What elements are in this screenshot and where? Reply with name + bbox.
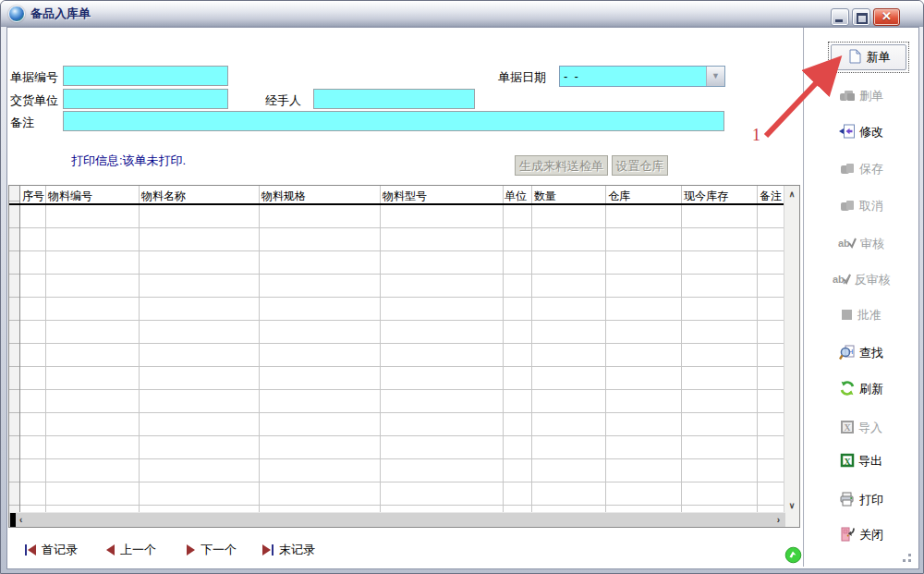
sidebar-separator bbox=[803, 28, 804, 567]
doc-date-label: 单据日期 bbox=[498, 69, 546, 86]
maximize-icon bbox=[857, 13, 868, 24]
export-button[interactable]: X 导出 bbox=[807, 452, 916, 470]
delete-doc-label: 删单 bbox=[859, 88, 883, 104]
svg-text:ab: ab bbox=[838, 238, 850, 249]
approve-button[interactable]: 批准 bbox=[807, 306, 916, 324]
nav-next-label: 下一个 bbox=[201, 542, 237, 558]
handler-input[interactable] bbox=[313, 89, 475, 109]
audit-button[interactable]: ab 审核 bbox=[807, 235, 916, 253]
doc-date-input[interactable] bbox=[560, 67, 713, 86]
delete-doc-button[interactable]: 删单 bbox=[807, 87, 916, 105]
scroll-left-icon[interactable]: ‹ bbox=[19, 513, 22, 527]
close-button[interactable]: ✕ bbox=[873, 8, 900, 26]
nav-first-record[interactable]: 首记录 bbox=[25, 541, 78, 559]
cancel-icon bbox=[839, 198, 856, 215]
doc-no-input[interactable] bbox=[63, 66, 228, 86]
cancel-label: 取消 bbox=[859, 198, 883, 214]
horizontal-scrollbar[interactable]: ‹ › bbox=[9, 512, 785, 527]
col-header-quantity: 数量 bbox=[534, 189, 556, 204]
nav-last-label: 末记录 bbox=[279, 542, 315, 558]
unaudit-label: 反审核 bbox=[855, 272, 891, 288]
refresh-label: 刷新 bbox=[859, 381, 883, 397]
svg-text:ab: ab bbox=[833, 274, 845, 285]
maximize-button[interactable] bbox=[852, 8, 870, 26]
material-table[interactable]: 序号 物料编号 物料名称 物料规格 物料型号 单位 数量 仓库 现今库存 备注 … bbox=[8, 185, 800, 528]
first-record-icon bbox=[25, 544, 36, 556]
supplier-label: 交货单位 bbox=[10, 92, 58, 109]
nav-last-record[interactable]: 末记录 bbox=[262, 541, 315, 559]
unaudit-button[interactable]: ab 反审核 bbox=[807, 271, 916, 289]
title-bar[interactable]: 备品入库单 bbox=[1, 1, 923, 27]
col-header-remark: 备注 bbox=[760, 189, 782, 204]
remark-input[interactable] bbox=[63, 111, 724, 131]
delete-doc-icon bbox=[839, 88, 856, 105]
generate-inspection-button[interactable]: 生成来料送检单 bbox=[515, 155, 608, 176]
scroll-right-icon[interactable]: › bbox=[777, 513, 780, 527]
previous-record-icon bbox=[106, 544, 115, 556]
chevron-down-icon[interactable]: ▼ bbox=[706, 67, 724, 86]
new-doc-button[interactable]: 新单 bbox=[828, 42, 909, 73]
find-icon: H bbox=[839, 344, 856, 363]
table-rows bbox=[20, 205, 784, 513]
nav-first-label: 首记录 bbox=[42, 542, 78, 558]
new-doc-icon bbox=[847, 49, 862, 67]
export-excel-icon: X bbox=[840, 453, 855, 470]
col-header-material-code: 物料编号 bbox=[48, 189, 92, 204]
import-button[interactable]: X 导入 bbox=[807, 419, 916, 437]
set-warehouse-button[interactable]: 设置仓库 bbox=[612, 155, 668, 176]
print-info-text: 打印信息:该单未打印. bbox=[71, 153, 186, 169]
approve-icon bbox=[841, 308, 854, 324]
minimize-icon bbox=[835, 19, 843, 22]
col-header-material-name: 物料名称 bbox=[141, 189, 186, 204]
remark-label: 备注 bbox=[10, 115, 34, 131]
nav-previous-record[interactable]: 上一个 bbox=[106, 541, 156, 559]
app-window: 备品入库单 ✕ 单据编号 单据日期 ▼ 交货单位 经手人 备注 打印信息:该单未… bbox=[0, 0, 924, 574]
col-header-material-model: 物料型号 bbox=[383, 189, 427, 204]
print-button[interactable]: 打印 bbox=[807, 491, 916, 509]
svg-text:X: X bbox=[845, 456, 852, 466]
col-header-stock: 现今库存 bbox=[684, 189, 728, 204]
vertical-scrollbar[interactable]: ∧ ∨ bbox=[784, 186, 799, 527]
doc-no-label: 单据编号 bbox=[10, 69, 58, 86]
refresh-button[interactable]: 刷新 bbox=[807, 380, 916, 398]
close-icon: ✕ bbox=[874, 9, 899, 25]
col-header-material-spec: 物料规格 bbox=[261, 189, 306, 204]
print-label: 打印 bbox=[859, 492, 883, 508]
modify-button[interactable]: 修改 bbox=[807, 123, 916, 141]
import-label: 导入 bbox=[858, 420, 882, 436]
minimize-button[interactable] bbox=[831, 8, 849, 26]
import-excel-icon: X bbox=[840, 420, 855, 437]
doc-date-combo[interactable]: ▼ bbox=[559, 66, 725, 87]
supplier-input[interactable] bbox=[63, 89, 228, 109]
resize-grip[interactable] bbox=[903, 559, 906, 562]
save-label: 保存 bbox=[859, 161, 883, 177]
nav-next-record[interactable]: 下一个 bbox=[187, 541, 237, 559]
cancel-button[interactable]: 取消 bbox=[807, 197, 916, 215]
unaudit-icon: ab bbox=[833, 273, 851, 288]
audit-label: 审核 bbox=[860, 236, 884, 252]
refresh-icon bbox=[839, 380, 856, 399]
new-doc-label: 新单 bbox=[867, 49, 891, 66]
approve-label: 批准 bbox=[857, 307, 881, 324]
col-header-warehouse: 仓库 bbox=[608, 189, 630, 204]
next-record-icon bbox=[187, 544, 195, 556]
scroll-up-icon[interactable]: ∧ bbox=[784, 189, 799, 199]
save-button[interactable]: 保存 bbox=[807, 160, 916, 178]
scroll-down-icon[interactable]: ∨ bbox=[784, 501, 799, 510]
audit-icon: ab bbox=[838, 237, 857, 252]
find-button[interactable]: H 查找 bbox=[807, 344, 916, 362]
svg-text:X: X bbox=[845, 422, 852, 433]
resize-grip[interactable] bbox=[908, 559, 911, 562]
handler-label: 经手人 bbox=[265, 92, 301, 109]
col-header-unit: 单位 bbox=[505, 189, 527, 204]
current-record-marker bbox=[10, 513, 16, 527]
close-form-button[interactable]: 关闭 bbox=[807, 526, 916, 544]
row-selector-column bbox=[9, 186, 20, 513]
col-header-seq: 序号 bbox=[22, 189, 44, 204]
status-icon bbox=[784, 546, 802, 568]
modify-icon bbox=[839, 124, 856, 141]
last-record-icon bbox=[262, 544, 274, 556]
close-form-label: 关闭 bbox=[859, 527, 883, 543]
resize-grip[interactable] bbox=[908, 554, 911, 556]
annotation-step-number: 1 bbox=[752, 126, 760, 145]
